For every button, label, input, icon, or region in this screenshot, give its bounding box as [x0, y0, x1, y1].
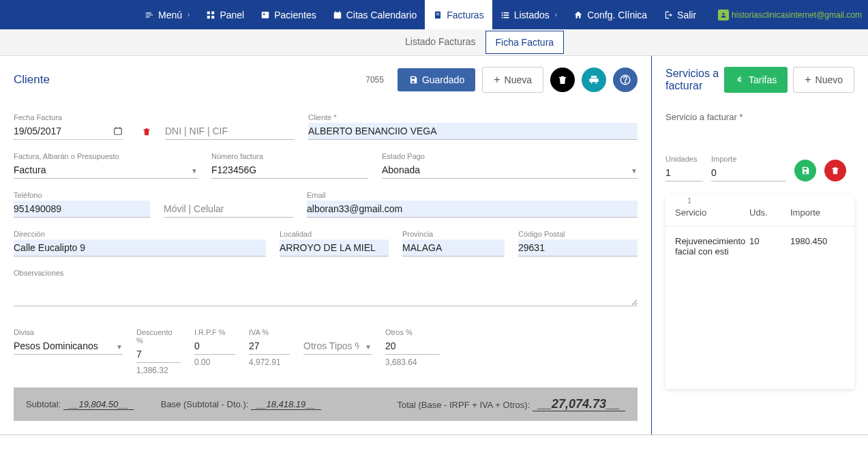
svg-rect-0 [207, 11, 210, 14]
base-label: Base (Subtotal - Dto.): [161, 399, 249, 409]
desc-label: Descuento % [136, 328, 181, 345]
tel-input[interactable] [14, 201, 150, 218]
email-input[interactable] [307, 201, 638, 218]
svg-rect-12 [501, 12, 503, 13]
irpf-input[interactable] [194, 338, 235, 355]
nav-facturas-label: Facturas [447, 10, 483, 20]
subnav-ficha[interactable]: Ficha Factura [485, 31, 565, 54]
col-importe: Importe [790, 207, 845, 218]
importe-input[interactable] [711, 164, 786, 181]
nav-listados[interactable]: Listados › [492, 0, 566, 29]
tarifas-label: Tarifas [749, 74, 777, 85]
movil-input[interactable] [164, 201, 293, 218]
subtotal-label: Subtotal: [26, 399, 61, 409]
cp-input[interactable] [518, 239, 638, 257]
clear-date-button[interactable] [142, 126, 151, 140]
estado-label: Estado Pago [382, 152, 638, 160]
print-icon [588, 74, 599, 85]
svg-rect-4 [262, 12, 269, 18]
cp-label: Código Postal [518, 230, 638, 238]
svg-rect-6 [333, 12, 341, 18]
nav-confg[interactable]: Confg. Clínica [565, 0, 655, 29]
cliente-input[interactable] [308, 123, 638, 140]
row-importe: 1980.450 [790, 236, 845, 257]
svg-rect-13 [503, 12, 509, 13]
calendar-icon[interactable] [113, 126, 123, 136]
dni-label [165, 113, 295, 121]
obs-textarea[interactable] [14, 278, 638, 306]
subnav-listado[interactable]: Listado Facturas [395, 31, 485, 53]
svg-rect-7 [335, 11, 335, 13]
unidades-label: Unidades [665, 155, 703, 163]
nav-user[interactable]: historiasclinicasinternet@gmail.com [718, 10, 862, 20]
list-icon [500, 10, 510, 20]
header-actions: 7055 Guardado + Nueva [365, 67, 638, 93]
prov-input[interactable] [402, 239, 505, 257]
otros-label: Otros % [385, 328, 440, 336]
right-header: Servicios a facturar Tarifas + Nuevo [665, 67, 854, 93]
nuevo-button[interactable]: + Nuevo [793, 67, 854, 93]
iva-input[interactable] [249, 338, 290, 355]
tarifas-button[interactable]: Tarifas [724, 67, 788, 93]
unidades-input[interactable] [665, 164, 703, 181]
nav-salir[interactable]: Salir [655, 0, 704, 29]
nav-confg-label: Confg. Clínica [587, 10, 647, 20]
left-header: Cliente 7055 Guardado + Nueva [14, 67, 638, 93]
print-button[interactable] [582, 68, 606, 92]
estado-select[interactable] [382, 162, 638, 179]
divisa-select[interactable] [14, 338, 123, 355]
save-service-button[interactable] [794, 160, 816, 181]
nav-facturas[interactable]: Facturas [425, 0, 492, 29]
left-panel: Cliente 7055 Guardado + Nueva [0, 56, 652, 435]
patients-icon [260, 10, 270, 20]
plus-icon: + [805, 74, 811, 86]
guardado-button[interactable]: Guardado [398, 68, 475, 91]
nav-salir-label: Salir [677, 10, 696, 20]
numfact-input[interactable] [211, 162, 368, 179]
base-value: __18,418.19__ [251, 399, 321, 410]
nav-menu[interactable]: Menú › [136, 0, 198, 29]
calendar-icon [333, 10, 342, 20]
loc-input[interactable] [280, 239, 389, 257]
trash-icon [830, 166, 840, 175]
svg-rect-16 [501, 16, 503, 18]
desc-input[interactable] [136, 346, 181, 363]
sub-nav: Listado Facturas Ficha Factura [0, 29, 868, 55]
svg-rect-11 [436, 14, 440, 15]
otros-input[interactable] [385, 338, 440, 355]
nav-pacientes[interactable]: Pacientes [252, 0, 324, 29]
svg-rect-10 [436, 13, 440, 14]
desc-calc: 1,386.32 [136, 366, 181, 375]
svg-rect-15 [503, 14, 509, 16]
delete-button[interactable] [550, 68, 575, 92]
servicio-input[interactable] [665, 123, 854, 140]
bottom-border [0, 435, 868, 435]
nav-panel[interactable]: Panel [198, 0, 252, 29]
save-icon [408, 75, 418, 85]
otros-tipos-select[interactable] [303, 338, 372, 355]
help-button[interactable] [613, 68, 638, 92]
fecha-input[interactable] [14, 123, 123, 140]
row-servicio: Rejuvenecimiento facial con esti [675, 236, 749, 257]
table-row[interactable]: Rejuvenecimiento facial con esti 10 1980… [665, 226, 854, 266]
total-label: Total (Base - IRPF + IVA + Otros): [397, 400, 530, 410]
panel-icon [206, 10, 215, 20]
svg-point-20 [625, 82, 625, 83]
doctype-select[interactable] [14, 162, 198, 179]
nav-citas[interactable]: Citas Calendario [325, 0, 425, 29]
total-value: __27,074.73__ [533, 397, 625, 411]
col-servicio: Servicio [675, 207, 749, 218]
delete-service-button[interactable] [824, 160, 846, 181]
importe-label: Importe [711, 155, 786, 163]
svg-rect-5 [263, 13, 265, 14]
svg-rect-22 [116, 127, 117, 129]
nav-citas-label: Citas Calendario [346, 10, 417, 20]
nav-listados-label: Listados [514, 10, 550, 20]
guardado-label: Guardado [422, 74, 464, 85]
nueva-button[interactable]: + Nueva [482, 67, 543, 93]
iva-calc: 4,972.91 [249, 357, 290, 367]
dni-input[interactable] [165, 123, 295, 140]
exit-icon [663, 10, 673, 20]
euro-icon [735, 75, 745, 85]
dir-input[interactable] [14, 239, 266, 257]
